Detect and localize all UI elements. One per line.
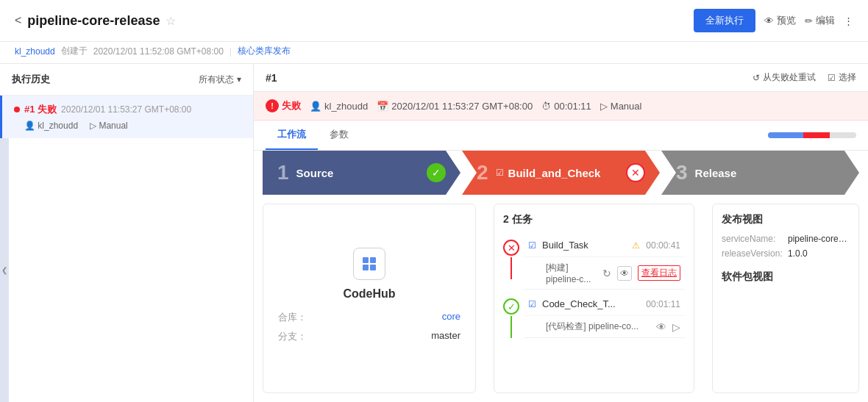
repo-field: 合库： core <box>278 311 460 324</box>
header-meta: kl_zhoudd 创建于 2020/12/01 11:52:08 GMT+08… <box>0 42 868 64</box>
run-button[interactable]: 全新执行 <box>694 9 755 32</box>
service-name-value: pipeline-core-rele <box>788 234 850 244</box>
app-container: < pipeline-core-release ☆ 全新执行 👁 预览 ✏ 编辑… <box>0 0 868 402</box>
star-icon[interactable]: ☆ <box>166 14 176 28</box>
tab-workflow[interactable]: 工作流 <box>266 121 318 150</box>
release-version-field: releaseVersion: 1.0.0 <box>722 248 850 259</box>
edit-button[interactable]: ✏ 编辑 <box>805 14 835 27</box>
body: 执行历史 所有状态 ▾ #1 失败 2020/12/01 11:53:27 GM… <box>0 64 868 402</box>
task2-name: Code_Check_T... <box>542 298 640 309</box>
release-version-value: 1.0.0 <box>788 248 808 259</box>
header-right: 全新执行 👁 预览 ✏ 编辑 ⋮ <box>694 9 853 32</box>
build-panel: 2 任务 ✕ ☑ Build_Task ⚠ 00:00:41 <box>494 204 694 393</box>
trigger-icon-alert: ▷ <box>600 101 608 112</box>
task2-sub: [代码检查] pipeline-co... 👁 ▷ <box>524 316 685 338</box>
status-fail-dot <box>14 107 20 112</box>
refresh-icon-1[interactable]: ↻ <box>602 268 611 279</box>
meta-action: 创建于 <box>61 45 88 57</box>
sidebar: 执行历史 所有状态 ▾ #1 失败 2020/12/01 11:53:27 GM… <box>0 64 254 402</box>
more-button[interactable]: ⋮ <box>844 15 853 26</box>
sidebar-header: 执行历史 所有状态 ▾ <box>0 64 253 96</box>
branch-label: 分支： <box>278 330 307 343</box>
codehub-name: CodeHub <box>343 287 395 301</box>
play-icon-2[interactable]: ▷ <box>672 321 680 333</box>
run-number: #1 <box>266 72 277 84</box>
meta-divider: | <box>230 46 232 57</box>
release-panel: 发布视图 serviceName: pipeline-core-rele rel… <box>712 204 859 393</box>
service-name-field: serviceName: pipeline-core-rele <box>722 234 850 244</box>
stage-source[interactable]: 1 Source ✓ <box>263 151 460 195</box>
pencil-icon: ✏ <box>805 15 813 26</box>
header: < pipeline-core-release ☆ 全新执行 👁 预览 ✏ 编辑… <box>0 0 868 42</box>
service-name-label: serviceName: <box>722 234 788 244</box>
software-title: 软件包视图 <box>722 270 850 284</box>
meta-tag: 核心类库发布 <box>238 45 291 57</box>
calendar-icon: 📅 <box>377 101 388 112</box>
repo-value[interactable]: core <box>442 311 460 324</box>
sidebar-item-title: #1 失败 2020/12/01 11:53:27 GMT+08:00 <box>14 103 241 116</box>
run-id: #1 失败 <box>24 103 57 116</box>
task2-sub-name: [代码检查] pipeline-co... <box>546 320 650 333</box>
trigger-icon: ▷ <box>90 121 96 131</box>
stage-check-2: ☑ <box>496 168 504 178</box>
tabs-bar: 工作流 参数 <box>254 121 868 151</box>
task2-checkbox: ☑ <box>528 299 536 309</box>
run-time: 2020/12/01 11:53:27 GMT+08:00 <box>61 104 191 115</box>
release-title: 发布视图 <box>722 213 850 226</box>
task1-sub: [构建] pipeline-c... ↻ 👁 查看日志 <box>524 257 685 290</box>
select-button[interactable]: ☑ 选择 <box>828 71 856 84</box>
stage-name-2: Build_and_Check <box>508 167 626 179</box>
alert-status: ! 失败 <box>266 99 301 112</box>
alert-bar: ! 失败 👤 kl_zhoudd 📅 2020/12/01 11:53:27 G… <box>254 92 868 121</box>
user-icon-alert: 👤 <box>310 101 321 112</box>
repo-label: 合库： <box>278 311 307 324</box>
user-icon: 👤 <box>24 121 35 131</box>
sidebar-trigger: ▷ Manual <box>90 121 128 131</box>
tab-params[interactable]: 参数 <box>318 121 360 150</box>
header-left: < pipeline-core-release ☆ <box>15 13 694 29</box>
meta-user-link[interactable]: kl_zhoudd <box>15 46 55 57</box>
select-icon: ☑ <box>828 73 836 83</box>
task2-item: ☑ Code_Check_T... 00:01:11 <box>524 292 685 316</box>
sidebar-collapse-handle[interactable]: ❮ <box>0 138 9 402</box>
retry-button[interactable]: ↺ 从失败处重试 <box>753 71 816 84</box>
preview-button[interactable]: 👁 预览 <box>764 14 796 27</box>
task1-status-icon: ✕ <box>503 240 519 256</box>
release-version-label: releaseVersion: <box>722 248 788 259</box>
svg-rect-3 <box>370 265 376 270</box>
main-content: #1 ↺ 从失败处重试 ☑ 选择 ! 失败 <box>254 64 868 402</box>
main-actions: ↺ 从失败处重试 ☑ 选择 <box>753 71 856 84</box>
stage-release[interactable]: 3 Release <box>661 151 859 195</box>
progress-seg-blue <box>768 132 803 138</box>
main-header: #1 ↺ 从失败处重试 ☑ 选择 <box>254 64 868 92</box>
svg-rect-2 <box>363 265 369 270</box>
task2-time: 00:01:11 <box>646 299 680 309</box>
eye-icon-2[interactable]: 👁 <box>656 321 666 333</box>
stage-build[interactable]: 2 ☑ Build_and_Check ✕ <box>462 151 660 195</box>
sidebar-user: 👤 kl_zhoudd <box>24 121 78 131</box>
progress-bar <box>768 132 856 138</box>
page-title: pipeline-core-release <box>27 13 160 29</box>
fail-icon: ! <box>266 99 279 112</box>
alert-user: 👤 kl_zhoudd <box>310 101 368 112</box>
tabs-right <box>768 132 856 138</box>
sidebar-item-meta: 👤 kl_zhoudd ▷ Manual <box>14 121 241 131</box>
alert-duration: ⏱ 00:01:11 <box>541 101 591 112</box>
back-icon[interactable]: < <box>15 14 21 27</box>
task1-checkbox: ☑ <box>528 240 536 251</box>
task1-log-link[interactable]: 查看日志 <box>638 265 680 281</box>
eye-icon-1[interactable]: 👁 <box>617 266 632 281</box>
sidebar-filter[interactable]: 所有状态 ▾ <box>199 73 241 86</box>
stages-bar: 1 Source ✓ 2 ☑ Build_and_Check ✕ 3 Relea… <box>263 151 859 195</box>
source-panel: CodeHub 合库： core 分支： master <box>263 204 476 393</box>
task1-warn: ⚠ <box>632 240 640 251</box>
stage-icon-error: ✕ <box>626 163 645 182</box>
stage-num-2: 2 <box>477 161 488 184</box>
branch-field: 分支： master <box>278 330 460 343</box>
sidebar-run-item[interactable]: #1 失败 2020/12/01 11:53:27 GMT+08:00 👤 kl… <box>0 96 253 138</box>
meta-date: 2020/12/01 11:52:08 GMT+08:00 <box>93 46 224 57</box>
stage-icon-success: ✓ <box>427 163 446 182</box>
sidebar-title: 执行历史 <box>12 73 50 86</box>
task1-time: 00:00:41 <box>646 240 680 251</box>
stage-num-1: 1 <box>277 161 289 184</box>
